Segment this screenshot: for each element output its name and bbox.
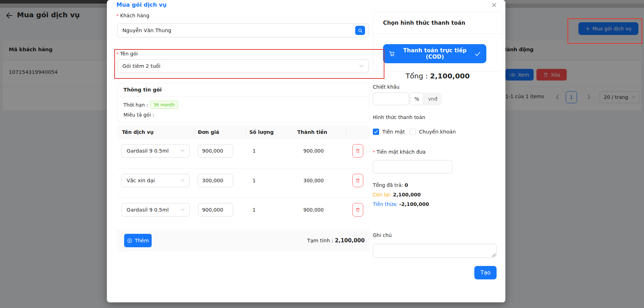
search-icon [358, 28, 363, 33]
service-select[interactable]: Vắc xin dại [121, 174, 190, 187]
unit-price-input[interactable] [198, 144, 233, 158]
cod-payment-button[interactable]: Thanh toán trực tiếp (COD) [383, 44, 486, 63]
paid-value: 0 [405, 182, 408, 188]
cash-given-input[interactable] [373, 160, 452, 173]
customer-input-wrap [117, 23, 369, 37]
package-info-title: Thông tin gói [123, 87, 162, 93]
grand-total: Tổng : 2,100,000 [373, 72, 503, 80]
discount-input[interactable] [373, 93, 409, 105]
plus-circle-icon [127, 238, 132, 243]
trash-icon [355, 148, 360, 154]
service-name: Vắc xin dại [127, 178, 155, 183]
customer-label: *Khách hàng [116, 13, 149, 18]
chevron-down-icon [181, 149, 184, 152]
amount-value: 300,000 [303, 174, 324, 187]
unit-price-input[interactable] [198, 203, 233, 217]
service-select[interactable]: Gardasil 9 0.5ml [121, 203, 190, 217]
transfer-checkbox-label[interactable]: Chuyển khoản [419, 129, 456, 135]
col-unit-price: Đơn giá [198, 125, 219, 139]
trash-icon [355, 207, 360, 213]
note-textarea[interactable] [373, 244, 497, 258]
row-divider [117, 198, 370, 198]
paid-label: Tổng đã trả: [373, 182, 403, 188]
cash-given-input-wrap [373, 160, 452, 173]
note-textarea-wrap [373, 244, 497, 258]
subtotal: Tạm tính : 2,100,000 [307, 237, 365, 244]
discount-unit-percent[interactable]: % [410, 93, 424, 105]
checkbox-unchecked-icon [409, 129, 416, 135]
column-separator [246, 129, 246, 136]
delete-service-button[interactable] [352, 144, 363, 158]
grand-total-label: Tổng : [406, 72, 428, 80]
add-service-button[interactable]: Thêm [124, 234, 152, 247]
percent-label: % [414, 96, 419, 102]
paid-total-line: Tổng đã trả: 0 [373, 182, 408, 188]
close-icon[interactable]: ✕ [489, 0, 499, 10]
buy-package-modal: Mua gói dịch vụ ✕ *Khách hàng *Tên gói G… [107, 0, 505, 302]
col-service-name: Tên dịch vụ [122, 125, 154, 139]
unit-price-input-wrap [198, 174, 233, 187]
transfer-checkbox[interactable] [409, 129, 416, 135]
discount-input-wrap [373, 93, 409, 105]
cash-checkbox[interactable] [373, 129, 379, 135]
column-separator [194, 129, 195, 136]
vnd-label: vnđ [428, 96, 437, 102]
row-divider [117, 168, 370, 169]
unit-price-input-wrap [198, 144, 233, 158]
amount-value: 900,000 [303, 144, 324, 158]
quantity-value: 1 [253, 144, 256, 158]
required-mark: * [116, 13, 119, 18]
service-select[interactable]: Gardasil 9 0.5ml [121, 144, 190, 158]
change-value: -2,100,000 [399, 201, 429, 207]
column-separator [346, 129, 346, 136]
cash-given-label: *Tiền mặt khách đưa [373, 149, 426, 155]
chevron-down-icon [181, 208, 184, 211]
change-label: Tiền thừa: [373, 201, 397, 207]
annotation-package-field [114, 49, 384, 79]
discount-unit-vnd[interactable]: vnđ [424, 93, 442, 105]
duration-label: Thời hạn : [123, 102, 148, 108]
chevron-down-icon [181, 179, 184, 182]
amount-value: 900,000 [303, 203, 324, 217]
required-mark: * [373, 149, 375, 155]
package-info-card: Thông tin gói Thời hạn : 36 month Miêu t… [117, 83, 370, 123]
remaining-label: Còn lại: [373, 192, 391, 197]
create-label: Tạo [480, 270, 490, 276]
payment-method-card: Chọn hình thức thanh toán Thanh toán trự… [373, 12, 503, 72]
subtotal-value: 2,100,000 [335, 237, 365, 244]
remaining-line: Còn lại: 2,100,000 [373, 192, 421, 197]
col-quantity: Số lượng [249, 125, 274, 139]
divider [373, 34, 503, 34]
screen: Mua gói dịch vụ Mua gói dịch vụ Mã khách… [0, 0, 644, 308]
customer-input[interactable] [117, 23, 369, 37]
service-name: Gardasil 9 0.5ml [127, 148, 169, 154]
delete-service-button[interactable] [352, 203, 363, 217]
payment-heading: Chọn hình thức thanh toán [383, 20, 465, 26]
check-icon [475, 51, 481, 57]
payment-method-label: Hình thức thanh toán [373, 114, 425, 120]
resize-grip-icon[interactable] [492, 253, 496, 257]
add-service-label: Thêm [135, 238, 149, 243]
discount-unit-toggle: % vnđ [410, 93, 442, 105]
create-button[interactable]: Tạo [474, 266, 497, 279]
unit-price-input[interactable] [198, 174, 233, 187]
service-name: Gardasil 9 0.5ml [127, 207, 169, 213]
quantity-value: 1 [253, 203, 256, 217]
subtotal-label: Tạm tính : [307, 238, 333, 243]
cash-checkbox-label[interactable]: Tiền mặt [382, 129, 405, 135]
discount-label: Chiết khấu [373, 84, 400, 90]
cod-label: Thanh toán trực tiếp (COD) [399, 47, 471, 60]
delete-service-button[interactable] [352, 174, 363, 187]
note-label: Ghi chú [373, 232, 392, 238]
annotation-add-button [567, 18, 642, 44]
remaining-value: 2,100,000 [393, 192, 421, 197]
package-description-label: Miêu tả gói : [123, 112, 154, 118]
grand-total-value: 2,100,000 [430, 72, 470, 80]
trash-icon [355, 178, 360, 183]
duration-tag: 36 month [150, 101, 178, 109]
customer-search-button[interactable] [355, 26, 365, 35]
services-table-header: Tên dịch vụ Đơn giá Số lượng Thành tiền [117, 125, 370, 139]
column-separator [300, 129, 300, 136]
unit-price-input-wrap [198, 203, 233, 217]
quantity-value: 1 [253, 174, 256, 187]
